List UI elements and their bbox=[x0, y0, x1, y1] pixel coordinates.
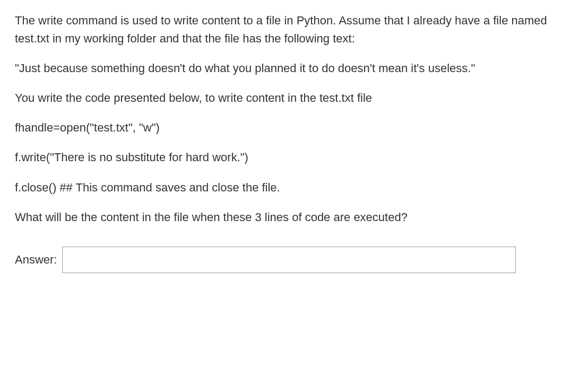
question-prompt: What will be the content in the file whe… bbox=[15, 208, 573, 226]
answer-input[interactable] bbox=[62, 247, 516, 273]
file-content-quote: "Just because something doesn't do what … bbox=[15, 59, 573, 77]
question-intro-paragraph: The write command is used to write conte… bbox=[15, 12, 573, 48]
code-line-2: f.write("There is no substitute for hard… bbox=[15, 148, 573, 167]
answer-label: Answer: bbox=[15, 251, 57, 269]
code-line-1: fhandle=open("test.txt", "w") bbox=[15, 119, 573, 137]
code-line-3: f.close() ## This command saves and clos… bbox=[15, 179, 573, 197]
code-intro-paragraph: You write the code presented below, to w… bbox=[15, 89, 573, 107]
answer-row: Answer: bbox=[15, 247, 573, 273]
